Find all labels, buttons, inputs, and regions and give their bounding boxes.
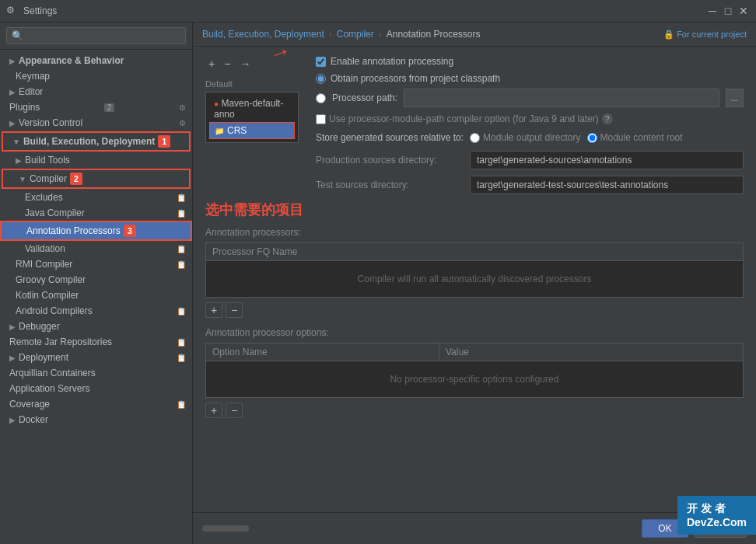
sidebar-item-label: Validation <box>25 243 65 254</box>
sidebar-item-annotation-processors[interactable]: Annotation Processors 3 <box>0 221 192 241</box>
expand-arrow: ▼ <box>19 175 26 183</box>
breadcrumb-sep-2: › <box>379 29 382 40</box>
sidebar-item-label: Debugger <box>19 321 60 332</box>
sidebar-item-coverage[interactable]: Coverage 📋 <box>0 396 192 412</box>
vcs-icon: ⚙ <box>179 119 186 127</box>
sidebar-item-java-compiler[interactable]: Java Compiler 📋 <box>0 205 192 221</box>
add-processor-mini-btn[interactable]: + <box>205 302 222 318</box>
sidebar-item-label: RMI Compiler <box>16 259 72 270</box>
store-generated-row: Store generated sources relative to: Mod… <box>316 132 744 143</box>
sidebar-item-label: Application Servers <box>9 383 89 394</box>
remove-processor-mini-btn[interactable]: − <box>226 302 243 318</box>
sidebar-item-arquillian[interactable]: Arquillian Containers <box>0 365 192 381</box>
compiler-note: Compiler will run all automatically disc… <box>206 261 743 297</box>
sidebar-item-app-servers[interactable]: Application Servers <box>0 381 192 396</box>
minimize-button[interactable]: ─ <box>706 5 719 17</box>
sidebar-item-build-tools[interactable]: ▶ Build Tools <box>0 152 192 168</box>
project-link-icon: 🔒 <box>663 30 674 40</box>
obtain-processors-radio[interactable] <box>316 74 326 84</box>
main-content: ▶ Appearance & Behavior Keymap ▶ Editor … <box>0 23 756 544</box>
sidebar-item-remote-jar[interactable]: Remote Jar Repositories 📋 <box>0 334 192 350</box>
sidebar-item-compiler[interactable]: ▼ Compiler 2 <box>2 169 191 189</box>
file-icon: 📋 <box>177 260 186 269</box>
sidebar-item-docker[interactable]: ▶ Docker <box>0 412 192 427</box>
sidebar-item-deployment[interactable]: ▶ Deployment 📋 <box>0 350 192 365</box>
settings-window: ⚙ Settings ─ □ ✕ ▶ Appearance & Behavior… <box>0 0 756 544</box>
breadcrumb-build[interactable]: Build, Execution, Deployment <box>202 29 324 40</box>
navigate-processor-button[interactable]: → <box>236 56 254 71</box>
maven-default-item[interactable]: ● Maven-default-anno <box>209 96 295 122</box>
test-sources-input[interactable] <box>470 176 744 194</box>
sidebar-item-label: Version Control <box>19 117 82 128</box>
sidebar-item-editor[interactable]: ▶ Editor <box>0 84 192 99</box>
add-processor-button[interactable]: + <box>205 56 218 71</box>
expand-arrow: ▶ <box>9 323 16 331</box>
project-link[interactable]: 🔒 For current project <box>663 30 747 40</box>
browse-button[interactable]: ... <box>726 89 744 107</box>
close-button[interactable]: ✕ <box>737 5 750 17</box>
remove-processor-button[interactable]: − <box>221 56 233 71</box>
sidebar-item-appearance[interactable]: ▶ Appearance & Behavior <box>0 53 192 68</box>
breadcrumb-sep-1: › <box>329 29 332 40</box>
annotation-options-section: Annotation processor options: Option Nam… <box>205 327 744 418</box>
sidebar-item-kotlin-compiler[interactable]: Kotlin Compiler <box>0 288 192 303</box>
sidebar-item-rmi-compiler[interactable]: RMI Compiler 📋 <box>0 256 192 272</box>
sidebar-item-groovy-compiler[interactable]: Groovy Compiler <box>0 272 192 288</box>
search-input[interactable] <box>6 27 186 44</box>
default-label: Default <box>205 79 306 89</box>
crs-item[interactable]: 📁 CRS <box>209 122 295 139</box>
sidebar-item-excludes[interactable]: Excludes 📋 <box>0 190 192 205</box>
sidebar-item-validation[interactable]: Validation 📋 <box>0 241 192 256</box>
option-name-col: Option Name <box>206 343 439 361</box>
remove-option-btn[interactable]: − <box>226 403 243 418</box>
help-icon[interactable]: ? <box>602 113 613 124</box>
processor-mini-toolbar: + − <box>205 302 744 318</box>
sidebar-item-keymap[interactable]: Keymap <box>0 68 192 84</box>
toolbar-row: + − → <box>205 56 306 71</box>
scrollbar[interactable] <box>202 525 249 532</box>
step-badge-1: 1 <box>158 135 170 148</box>
breadcrumb-current: Annotation Processors <box>387 29 481 40</box>
options-section: → Enable annotation processing Obtain pr… <box>316 56 744 201</box>
project-link-text: For current project <box>677 30 747 39</box>
sidebar-item-plugins[interactable]: Plugins 2 ⚙ <box>0 99 192 115</box>
module-path-checkbox[interactable] <box>316 114 326 124</box>
sidebar-item-android-compilers[interactable]: Android Compilers 📋 <box>0 303 192 319</box>
file-icon: 📋 <box>177 354 186 362</box>
maximize-button[interactable]: □ <box>722 5 734 17</box>
sidebar-item-version-control[interactable]: ▶ Version Control ⚙ <box>0 115 192 131</box>
processor-path-radio[interactable] <box>316 93 326 103</box>
sidebar-item-label: Groovy Compiler <box>16 274 86 285</box>
processor-path-input[interactable] <box>404 89 719 107</box>
file-icon: 📋 <box>177 338 186 347</box>
test-sources-label: Test sources directory: <box>316 180 464 190</box>
module-output-option: Module output directory <box>470 132 580 143</box>
step-badge-2: 2 <box>70 173 82 185</box>
production-sources-label: Production sources directory: <box>316 155 464 166</box>
enable-annotation-checkbox[interactable] <box>316 57 326 67</box>
bottom-bar: OK Cancel <box>193 512 756 544</box>
breadcrumb-compiler[interactable]: Compiler <box>337 29 374 40</box>
panel-body: + − → Default ● Maven-default-anno 📁 <box>193 47 756 512</box>
expand-arrow: ▶ <box>9 119 16 127</box>
module-content-root-radio[interactable] <box>587 133 597 143</box>
sidebar-item-debugger[interactable]: ▶ Debugger <box>0 319 192 334</box>
file-icon: 📋 <box>177 209 186 218</box>
search-box <box>0 23 192 50</box>
add-option-btn[interactable]: + <box>205 403 222 418</box>
top-section: + − → Default ● Maven-default-anno 📁 <box>205 56 744 201</box>
test-sources-row: Test sources directory: <box>316 176 744 194</box>
processor-path-row: Processor path: ... <box>316 89 744 107</box>
sidebar-item-label: Java Compiler <box>25 207 85 218</box>
expand-arrow: ▶ <box>9 57 16 65</box>
window-title: Settings <box>23 5 706 16</box>
sidebar-item-label: Excludes <box>25 192 63 203</box>
production-sources-input[interactable] <box>470 151 744 169</box>
module-output-radio[interactable] <box>470 133 480 143</box>
processor-list: ● Maven-default-anno 📁 CRS <box>205 92 299 143</box>
file-icon: 📋 <box>177 245 186 253</box>
main-panel: Build, Execution, Deployment › Compiler … <box>193 23 756 544</box>
options-table: Option Name Value No processor-specific … <box>205 343 744 398</box>
processor-path-label: Processor path: <box>332 92 397 103</box>
sidebar-item-build-exec-deploy[interactable]: ▼ Build, Execution, Deployment 1 <box>2 131 191 152</box>
